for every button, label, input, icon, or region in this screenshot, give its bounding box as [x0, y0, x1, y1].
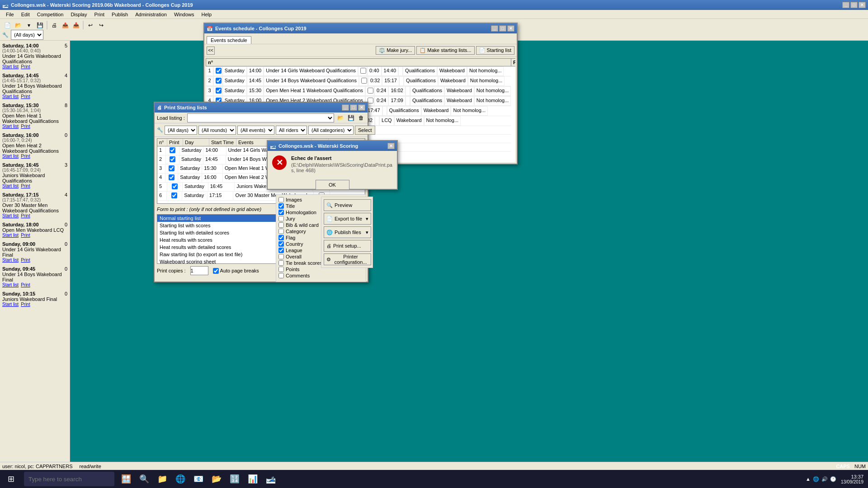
- taskbar-excel-icon[interactable]: 📊: [245, 472, 260, 486]
- print-minimize-button[interactable]: _: [342, 104, 349, 111]
- print-copies-input[interactable]: [190, 266, 208, 275]
- cell-break[interactable]: [359, 76, 368, 86]
- print-link[interactable]: Print: [21, 302, 30, 307]
- cell-print[interactable]: [213, 66, 222, 76]
- tab-events-schedule[interactable]: Events schedule: [207, 36, 251, 44]
- events-close-button[interactable]: ✕: [507, 25, 514, 32]
- cell-break[interactable]: [358, 66, 367, 76]
- print-link[interactable]: Print: [21, 258, 30, 263]
- points-checkbox[interactable]: [278, 267, 284, 272]
- load-listing-select[interactable]: [187, 113, 334, 122]
- print-link[interactable]: Print: [21, 233, 30, 238]
- error-close-button[interactable]: ✕: [387, 143, 395, 149]
- cell-print-chk[interactable]: [166, 155, 179, 164]
- cell-print-chk[interactable]: [167, 183, 183, 191]
- save-button[interactable]: 💾: [35, 20, 45, 30]
- print-close-button[interactable]: ✕: [358, 104, 365, 111]
- start-list-link[interactable]: Start list: [2, 124, 19, 129]
- overall-checkbox[interactable]: [278, 254, 284, 259]
- homologation-checkbox[interactable]: [278, 210, 284, 215]
- start-list-link[interactable]: Start list: [2, 282, 19, 287]
- tray-icon-network[interactable]: 🌐: [813, 476, 819, 482]
- preview-button[interactable]: 🔍 Preview: [324, 199, 371, 211]
- start-list-link[interactable]: Start list: [2, 64, 19, 69]
- country-checkbox[interactable]: [278, 241, 284, 247]
- menu-display[interactable]: Display: [67, 11, 90, 18]
- cell-print[interactable]: [213, 86, 222, 96]
- close-button[interactable]: ✕: [859, 2, 866, 8]
- menu-file[interactable]: File: [2, 11, 18, 18]
- auto-page-breaks-checkbox[interactable]: [213, 268, 219, 274]
- taskbar-folder-icon[interactable]: 📂: [209, 472, 224, 486]
- print-setup-button[interactable]: 🖨 Print setup...: [324, 240, 371, 252]
- tray-icon-sound[interactable]: 🔊: [821, 476, 828, 482]
- minimize-button[interactable]: _: [842, 2, 849, 8]
- start-list-link[interactable]: Start list: [2, 233, 19, 238]
- ok-button[interactable]: OK: [316, 180, 349, 190]
- export-button[interactable]: 📤: [60, 20, 70, 30]
- flag-checkbox[interactable]: [278, 235, 284, 240]
- jury-checkbox[interactable]: [278, 216, 284, 221]
- rounds-filter-print[interactable]: (All rounds): [198, 126, 236, 135]
- menu-edit[interactable]: Edit: [18, 11, 33, 18]
- league-checkbox[interactable]: [278, 248, 284, 253]
- cell-print-chk[interactable]: [166, 146, 179, 155]
- printer-configuration-button[interactable]: ⚙ Printer configuration...: [324, 253, 371, 265]
- taskbar-search-icon-2[interactable]: 🔍: [137, 472, 151, 486]
- taskbar-app-icon[interactable]: 🎿: [264, 472, 278, 486]
- menu-help[interactable]: Help: [198, 11, 216, 18]
- events-maximize-button[interactable]: □: [499, 25, 506, 32]
- menu-administration[interactable]: Administration: [132, 11, 170, 18]
- menu-publish[interactable]: Publish: [108, 11, 132, 18]
- cell-break[interactable]: [365, 86, 374, 96]
- print-link[interactable]: Print: [21, 94, 30, 99]
- start-list-link[interactable]: Start list: [2, 94, 19, 99]
- starting-list-button[interactable]: 📄 Starting list: [476, 46, 514, 55]
- taskbar-chrome-icon[interactable]: 🌐: [173, 472, 188, 486]
- print-button[interactable]: 🖨: [49, 20, 59, 30]
- undo-button[interactable]: ↩: [85, 20, 95, 30]
- taskbar-calc-icon[interactable]: 🔢: [227, 472, 242, 486]
- open-button[interactable]: 📂: [13, 20, 23, 30]
- cell-print-chk[interactable]: [165, 164, 178, 173]
- title-checkbox[interactable]: [278, 203, 284, 209]
- nav-back-button[interactable]: <<: [207, 47, 215, 55]
- start-list-link[interactable]: Start list: [2, 258, 19, 263]
- redo-button[interactable]: ↪: [96, 20, 106, 30]
- tray-icon-time[interactable]: 🕐: [830, 476, 836, 482]
- menu-print[interactable]: Print: [90, 11, 108, 18]
- export-to-file-button[interactable]: 📄 Export to file ▾: [324, 213, 371, 225]
- print-link[interactable]: Print: [21, 124, 30, 129]
- tie-break-checkbox[interactable]: [278, 260, 284, 266]
- save-listing-btn[interactable]: 💾: [347, 114, 355, 122]
- tray-icon-1[interactable]: ▲: [806, 476, 811, 482]
- taskbar-search-input[interactable]: [24, 472, 114, 486]
- table-row[interactable]: 3 Saturday 15:30 Open Men Heat 1 Wakeboa…: [206, 86, 511, 96]
- auto-page-breaks-label[interactable]: Auto page breaks: [213, 268, 259, 274]
- category-checkbox[interactable]: [278, 229, 284, 234]
- taskbar-files-icon[interactable]: 📁: [155, 472, 170, 486]
- cell-print[interactable]: [213, 76, 222, 86]
- menu-windows[interactable]: Windows: [170, 11, 198, 18]
- maximize-button[interactable]: □: [850, 2, 858, 8]
- start-list-link[interactable]: Start list: [2, 302, 19, 307]
- taskbar-mail-icon[interactable]: 📧: [191, 472, 206, 486]
- comments-checkbox[interactable]: [278, 273, 284, 278]
- comments-checkbox-group[interactable]: Comments: [278, 273, 363, 278]
- print-link[interactable]: Print: [21, 64, 30, 69]
- clock-display[interactable]: 13:37 13/09/2019: [841, 474, 863, 484]
- load-btn[interactable]: 📂: [336, 114, 344, 122]
- images-checkbox[interactable]: [278, 197, 284, 202]
- make-jury-button[interactable]: ⚖️ Make jury...: [376, 46, 415, 55]
- publish-files-button[interactable]: 🌐 Publish files ▾: [324, 226, 371, 238]
- print-link[interactable]: Print: [21, 183, 30, 188]
- events-minimize-button[interactable]: _: [491, 25, 498, 32]
- categories-filter-print[interactable]: (All categories): [308, 126, 354, 135]
- print-link[interactable]: Print: [21, 282, 30, 287]
- table-row[interactable]: 1 Saturday 14:00 Under 14 Girls Wakeboar…: [206, 66, 511, 76]
- bib-wild-card-checkbox[interactable]: [278, 222, 284, 228]
- days-filter-print[interactable]: (All days): [165, 126, 197, 135]
- open-dropdown[interactable]: ▾: [24, 20, 34, 30]
- taskbar-explorer-icon[interactable]: 🪟: [119, 472, 133, 486]
- new-button[interactable]: 📄: [2, 20, 12, 30]
